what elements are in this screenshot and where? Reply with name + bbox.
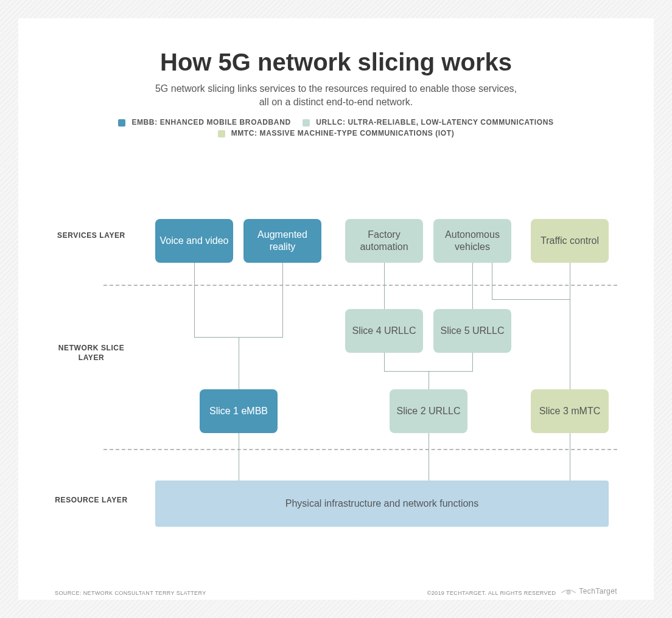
connector [492,263,492,299]
connector [570,263,570,389]
divider-2 [103,449,617,450]
connector [239,337,283,338]
copyright-text: ©2019 TECHTARGET. ALL RIGHTS RESERVED [427,590,556,596]
legend-mmtc: mMTC: massive machine-type communication… [231,129,455,137]
techtarget-logo: TechTarget [561,586,617,596]
slice-3: Slice 3 mMTC [531,389,609,433]
slice-1: Slice 1 eMBB [200,389,278,433]
connector [384,353,385,371]
service-autonomous-vehicles: Autonomous vehicles [433,219,511,263]
connector [239,337,239,389]
service-traffic-control: Traffic control [531,219,609,263]
connector [429,371,429,389]
service-augmented-reality: Augmented reality [243,219,321,263]
connector [384,263,385,309]
service-factory-automation: Factory automation [345,219,423,263]
connector [472,263,473,309]
swatch-embb [118,119,125,127]
connector [194,263,195,337]
connector [239,433,239,481]
connector [472,353,473,371]
legend-urllc: URLLC: ultra-reliable, low-latency commu… [316,118,553,127]
slice-4: Slice 4 URLLC [345,309,423,353]
slice-2: Slice 2 URLLC [390,389,467,433]
connector [570,433,570,481]
label-resource-layer: RESOURCE LAYER [55,496,128,505]
diagram-title: How 5G network slicing works [55,49,617,76]
swatch-mmtc [218,130,225,137]
divider-1 [103,285,617,286]
connector [282,263,283,337]
legend: eMBB: enhanced mobile broadband URLLC: u… [55,118,617,137]
source-text: SOURCE: NETWORK CONSULTANT TERRY SLATTER… [55,590,206,596]
slice-5: Slice 5 URLLC [433,309,511,353]
footer: SOURCE: NETWORK CONSULTANT TERRY SLATTER… [55,586,617,596]
connector [429,433,429,481]
label-services-layer: SERVICES LAYER [55,231,128,241]
connector [194,337,239,338]
eye-icon [561,586,576,596]
diagram-subtitle: 5G network slicing links services to the… [55,82,617,109]
resource-box: Physical infrastructure and network func… [155,481,609,527]
connector [492,299,570,300]
svg-point-1 [568,592,569,593]
diagram-area: SERVICES LAYER NETWORK SLICE LAYER RESOU… [55,176,617,541]
label-slice-layer: NETWORK SLICE LAYER [55,344,128,363]
swatch-urllc [303,119,310,127]
diagram-card: How 5G network slicing works 5G network … [18,18,654,600]
legend-embb: eMBB: enhanced mobile broadband [131,118,290,127]
service-voice-video: Voice and video [155,219,233,263]
